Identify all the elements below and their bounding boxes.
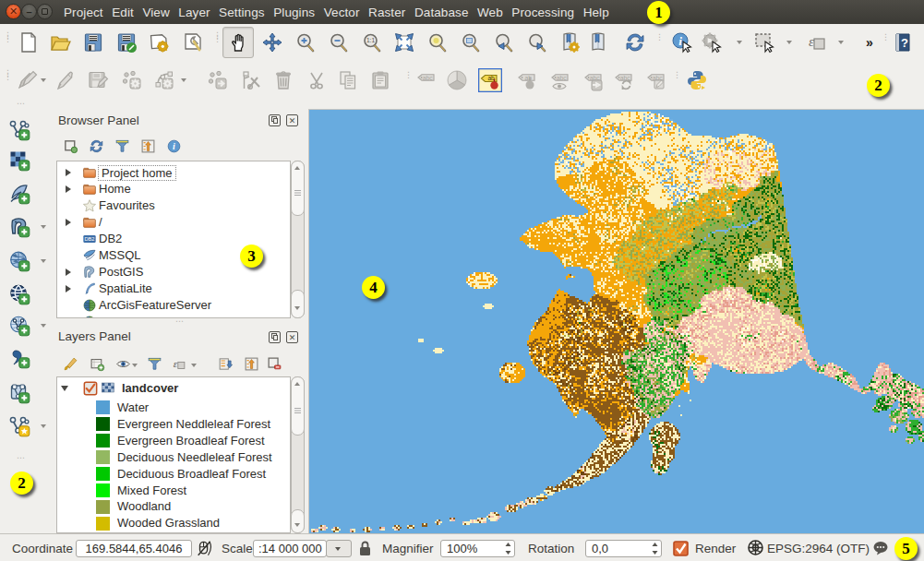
svg-text:abc: abc (620, 75, 631, 81)
svg-text:i: i (678, 34, 682, 48)
svg-text:DB2: DB2 (84, 236, 94, 242)
svg-text:ε: ε (809, 34, 814, 49)
svg-text:i: i (173, 141, 175, 151)
svg-text:ab: ab (525, 75, 533, 81)
svg-text:abc: abc (423, 75, 434, 81)
svg-text:1:1: 1:1 (366, 37, 375, 43)
svg-text:ε: ε (174, 359, 178, 369)
svg-text:?: ? (901, 36, 908, 50)
svg-text:abc: abc (557, 75, 568, 81)
